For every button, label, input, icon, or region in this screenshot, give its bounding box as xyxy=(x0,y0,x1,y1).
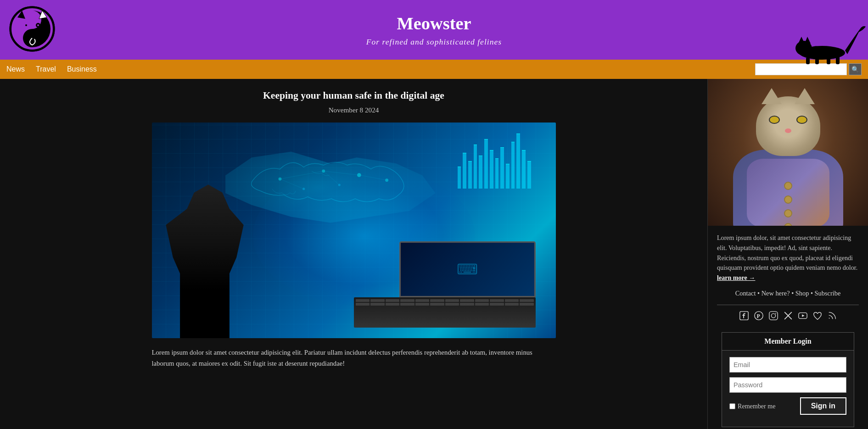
svg-rect-31 xyxy=(769,312,777,320)
remember-row: Remember me Sign in xyxy=(729,397,846,415)
sidebar-divider xyxy=(717,305,859,305)
site-title: Meowster xyxy=(366,13,502,33)
heart-icon[interactable] xyxy=(812,311,823,323)
cat-head xyxy=(756,96,820,156)
cat-ear-left xyxy=(762,88,782,104)
coat-button xyxy=(784,223,792,226)
youtube-icon[interactable] xyxy=(798,311,808,323)
article-area: Keeping your human safe in the digital a… xyxy=(0,79,707,429)
sidebar-content: Lorem ipsum dolor, sit amet consectetur … xyxy=(708,226,868,429)
svg-line-26 xyxy=(280,179,304,189)
sidebar-cat-image xyxy=(708,79,868,226)
header-title-block: Meowster For refined and sophisticated f… xyxy=(366,13,502,47)
site-logo[interactable] xyxy=(9,6,55,54)
sidebar-links: Contact • New here? • Shop • Subscribe xyxy=(717,290,859,297)
remember-checkbox[interactable] xyxy=(729,403,735,409)
cat-body xyxy=(733,150,843,226)
cat-nose xyxy=(785,128,791,133)
shop-link[interactable]: Shop xyxy=(795,290,809,297)
nav-link-business[interactable]: Business xyxy=(67,65,97,73)
rss-icon[interactable] xyxy=(827,311,837,323)
laptop-screen: ⌨ xyxy=(399,241,536,297)
cat-ear-right xyxy=(795,88,815,104)
sidebar-learn-more[interactable]: learn more → xyxy=(717,274,755,281)
social-icons: P xyxy=(717,311,859,323)
login-form: Remember me Sign in xyxy=(722,351,854,427)
svg-line-24 xyxy=(324,171,359,175)
search-icon: 🔍 xyxy=(851,66,859,73)
svg-marker-12 xyxy=(805,37,811,44)
article-hero-image: ⌨ xyxy=(152,123,556,338)
password-field[interactable] xyxy=(729,377,846,393)
sidebar: Lorem ipsum dolor, sit amet consectetur … xyxy=(707,79,868,429)
remember-label[interactable]: Remember me xyxy=(729,402,775,410)
header-cat-decoration xyxy=(795,23,859,60)
site-header: Meowster For refined and sophisticated f… xyxy=(0,0,868,60)
new-here-link[interactable]: New here? xyxy=(762,290,790,297)
login-box: Member Login Remember me Sign in xyxy=(722,332,854,427)
article-body: Lorem ipsum dolor sit amet consectetur a… xyxy=(152,347,556,369)
subscribe-link[interactable]: Subscribe xyxy=(815,290,841,297)
cat-eye-right xyxy=(796,116,807,124)
facebook-icon[interactable] xyxy=(739,311,749,323)
svg-rect-15 xyxy=(827,57,830,64)
pinterest-icon[interactable]: P xyxy=(754,311,764,323)
contact-link[interactable]: Contact xyxy=(735,290,756,297)
cyber-background: ⌨ xyxy=(152,123,556,338)
svg-point-6 xyxy=(25,24,27,26)
keyboard xyxy=(354,297,536,328)
article-title: Keeping your human safe in the digital a… xyxy=(14,90,694,101)
email-field[interactable] xyxy=(729,357,846,373)
svg-rect-14 xyxy=(815,57,819,64)
svg-text:P: P xyxy=(756,313,760,319)
svg-point-33 xyxy=(775,313,776,314)
twitter-x-icon[interactable] xyxy=(783,311,793,323)
svg-line-25 xyxy=(359,175,386,180)
nav-links: News Travel Business xyxy=(6,65,755,73)
search-button[interactable]: 🔍 xyxy=(849,63,862,75)
laptop: ⌨ xyxy=(354,241,536,328)
search-input[interactable] xyxy=(755,63,847,75)
cat-eye-left xyxy=(769,116,780,124)
bar-chart xyxy=(453,134,536,189)
main-nav: News Travel Business 🔍 xyxy=(0,60,868,79)
search-area: 🔍 xyxy=(755,63,862,75)
nav-link-news[interactable]: News xyxy=(6,65,25,73)
coat-decoration xyxy=(747,159,829,226)
sidebar-description: Lorem ipsum dolor, sit amet consectetur … xyxy=(717,233,859,283)
svg-rect-13 xyxy=(806,57,810,64)
coat-buttons xyxy=(784,182,792,226)
instagram-icon[interactable] xyxy=(768,311,778,323)
signin-button[interactable]: Sign in xyxy=(800,397,846,415)
login-title: Member Login xyxy=(722,333,854,351)
svg-point-7 xyxy=(37,24,39,26)
nav-link-travel[interactable]: Travel xyxy=(36,65,56,73)
coat-button xyxy=(784,182,792,190)
svg-line-23 xyxy=(280,171,324,178)
svg-marker-35 xyxy=(802,314,805,317)
svg-point-20 xyxy=(302,188,305,190)
site-tagline: For refined and sophisticated felines xyxy=(366,37,502,47)
svg-marker-11 xyxy=(798,37,805,44)
coat-button xyxy=(784,195,792,204)
svg-point-32 xyxy=(771,313,775,318)
svg-rect-16 xyxy=(836,56,840,64)
svg-line-27 xyxy=(324,171,339,184)
main-layout: Keeping your human safe in the digital a… xyxy=(0,79,868,429)
coat-button xyxy=(784,209,792,217)
article-date: November 8 2024 xyxy=(14,106,694,114)
